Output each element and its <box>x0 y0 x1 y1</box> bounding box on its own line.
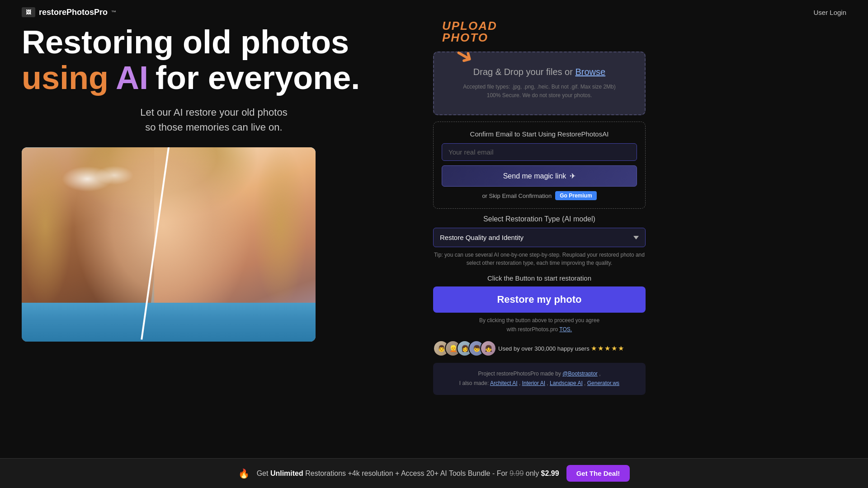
word-ai: AI <box>116 60 148 96</box>
social-proof-text: Used by over 300,000 happy users ★★★★★ <box>498 344 625 352</box>
banner-text: Get Unlimited Restorations +4k resolutio… <box>257 469 559 478</box>
go-premium-badge[interactable]: Go Premium <box>555 191 596 200</box>
email-confirmation-box: Confirm Email to Start Using RestorePhot… <box>433 122 646 209</box>
restoration-type-section: Select Restoration Type (AI model) Resto… <box>433 215 646 267</box>
main-content: Restoring old photos using AI for everyo… <box>0 24 868 413</box>
avatars-row: 👨 👱 👩 👦 👧 <box>433 340 492 357</box>
email-input[interactable] <box>442 143 637 161</box>
banner-unlimited: Unlimited <box>270 469 303 477</box>
browse-link[interactable]: Browse <box>575 67 605 77</box>
restore-section: Click the Button to start restoration Re… <box>433 274 646 333</box>
attr-generator-link[interactable]: Generator.ws <box>587 380 619 386</box>
logo-icon: 🖼 <box>22 7 35 17</box>
fire-emoji: 🔥 <box>238 468 250 479</box>
avatar-5: 👧 <box>480 340 496 357</box>
hero-title-line2: using AI for everyone. <box>22 60 406 96</box>
banner-new-price: $2.99 <box>541 469 559 477</box>
left-panel: Restoring old photos using AI for everyo… <box>22 24 406 342</box>
restoration-select[interactable]: Restore Quality and Identity Restore Qua… <box>433 228 646 247</box>
email-box-title: Confirm Email to Start Using RestorePhot… <box>442 130 637 138</box>
photo-comparison-inner <box>22 147 316 342</box>
attr-interior-link[interactable]: Interior AI <box>522 380 545 386</box>
attr-landscape-link[interactable]: Landscape AI <box>550 380 583 386</box>
banner-old-price: 9.99 <box>509 469 524 477</box>
skip-email-line: or Skip Email Confirmation Go Premium <box>442 191 637 200</box>
logo[interactable]: 🖼 restorePhotosPro™ <box>22 7 116 17</box>
restore-section-title: Click the Button to start restoration <box>433 274 646 282</box>
dropzone-text: Drag & Drop your files or Browse <box>443 67 636 77</box>
attr-bootstraptor-link[interactable]: @Bootstraptor <box>562 371 598 377</box>
get-deal-button[interactable]: Get The Deal! <box>566 465 630 482</box>
upload-hint: Accepted file types: .jpg, .png, .heic. … <box>443 83 636 100</box>
photo-comparison <box>22 147 316 342</box>
right-panel: UPLOADPHOTO ➜ Drag & Drop your files or … <box>433 24 646 395</box>
water-background <box>22 303 316 342</box>
social-proof: 👨 👱 👩 👦 👧 Used by over 300,000 happy use… <box>433 340 646 357</box>
bottom-banner: 🔥 Get Unlimited Restorations +4k resolut… <box>0 458 868 488</box>
tos-link[interactable]: TOS. <box>559 326 572 333</box>
navbar: 🖼 restorePhotosPro™ User Login <box>0 0 868 24</box>
logo-text: restorePhotosPro <box>39 8 108 17</box>
magic-link-button[interactable]: Send me magic link ✈ <box>442 165 637 187</box>
hero-title: Restoring old photos using AI for everyo… <box>22 24 406 96</box>
restoration-title: Select Restoration Type (AI model) <box>433 215 646 223</box>
hero-subtitle: Let our AI restore your old photos so th… <box>22 105 406 135</box>
logo-tm: ™ <box>111 9 116 15</box>
star-rating: ★★★★★ <box>591 344 625 352</box>
user-login-button[interactable]: User Login <box>813 9 846 16</box>
word-using: using <box>22 60 108 96</box>
clouds <box>51 157 142 193</box>
restore-my-photo-button[interactable]: Restore my photo <box>433 286 646 313</box>
word-rest: for everyone. <box>156 60 360 96</box>
attribution: Project restorePhotosPro made by @Bootst… <box>433 363 646 395</box>
restoration-tip: Tip: you can use several AI one-by-one s… <box>433 251 646 267</box>
attr-architect-link[interactable]: Architect AI <box>490 380 518 386</box>
hero-title-line1: Restoring old photos <box>22 24 406 60</box>
tos-line: By clicking the button above to proceed … <box>433 316 646 333</box>
